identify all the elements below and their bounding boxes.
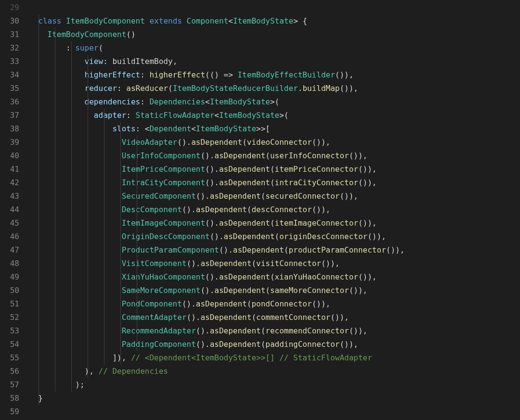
indent-guide	[71, 176, 72, 190]
code-token: ItemPriceComponent	[122, 165, 205, 174]
code-token: ]),	[29, 353, 131, 362]
code-token: (	[265, 151, 270, 160]
code-token: :	[140, 97, 149, 106]
code-line[interactable]: SecuredComponent().asDependent(securedCo…	[29, 190, 520, 203]
indent-guide	[71, 230, 72, 243]
code-line[interactable]: reducer: asReducer(ItemBodyStateReducerB…	[29, 82, 520, 95]
code-token: ().	[196, 191, 210, 201]
code-token	[61, 16, 66, 25]
code-token	[182, 16, 187, 25]
indent-guide	[88, 351, 88, 365]
code-token: >(	[270, 97, 279, 106]
code-line[interactable]: RecommendAdapter().asDependent(recommend…	[29, 324, 520, 338]
code-token: XianYuHaoComponent	[122, 272, 205, 281]
code-token: (	[270, 218, 275, 228]
indent-guide	[39, 122, 39, 136]
code-line[interactable]: higherEffect: higherEffect(() => ItemBod…	[29, 68, 520, 82]
code-line[interactable]: VisitComponent().asDependent(visitConnec…	[29, 257, 520, 270]
code-line[interactable]: OriginDescComponent().asDependent(origin…	[29, 230, 520, 243]
code-line[interactable]: : super(	[29, 41, 520, 55]
indent-guide	[104, 176, 104, 190]
code-token: (	[265, 286, 270, 295]
indent-guide	[137, 203, 137, 216]
code-token: intraCityConnector	[275, 178, 358, 187]
code-token: // Dependencies	[99, 367, 169, 376]
code-line[interactable]: ItemImageComponent().asDependent(itemIma…	[29, 216, 520, 230]
indent-guide	[55, 68, 55, 82]
code-token: :	[103, 57, 112, 66]
indent-guide	[39, 41, 39, 55]
indent-guide	[39, 109, 39, 122]
code-line[interactable]: ItemBodyComponent()	[29, 28, 520, 41]
code-line[interactable]: UserInfoComponent().asDependent(userInfo…	[29, 149, 520, 163]
code-line[interactable]: ), // Dependencies	[29, 365, 520, 378]
indent-guide	[104, 163, 104, 176]
code-line[interactable]: );	[29, 378, 520, 392]
indent-guide	[120, 243, 121, 257]
code-token: ()),	[349, 326, 368, 335]
code-token: ()),	[335, 70, 354, 79]
code-line[interactable]: PondComponent().asDependent(pondConnecto…	[29, 297, 520, 311]
code-token: asDependent	[219, 218, 270, 228]
code-token: ().	[205, 165, 219, 174]
code-line[interactable]: }	[29, 392, 520, 405]
code-line[interactable]: class ItemBodyComponent extends Componen…	[29, 14, 520, 28]
indent-guide	[55, 82, 55, 95]
code-line[interactable]: view: buildItemBody,	[29, 55, 520, 68]
code-line[interactable]: ProductParamComponent().asDependent(prod…	[29, 243, 520, 257]
indent-guide	[137, 324, 137, 338]
code-line[interactable]: slots: <Dependent<ItemBodyState>>[	[29, 122, 520, 136]
indent-guide	[71, 243, 72, 257]
code-token: VideoAdapter	[122, 138, 178, 147]
code-token: adapter	[94, 111, 126, 120]
indent-guide	[71, 216, 72, 230]
code-area[interactable]: class ItemBodyComponent extends Componen…	[29, 0, 520, 420]
code-line[interactable]: CommentAdapter().asDependent(commentConn…	[29, 311, 520, 324]
indent-guide	[88, 136, 88, 149]
code-token: ItemBodyState	[219, 111, 279, 120]
indent-guide	[55, 216, 55, 230]
indent-guide	[137, 338, 137, 351]
code-line[interactable]: XianYuHaoComponent().asDependent(xianYuH…	[29, 270, 520, 284]
code-line[interactable]: ]), // <Dependent<ItemBodyState>>[] // S…	[29, 351, 520, 365]
indent-guide	[71, 338, 72, 351]
code-line[interactable]: IntraCityComponent().asDependent(intraCi…	[29, 176, 520, 190]
indent-guide	[39, 95, 39, 109]
line-number: 48	[0, 257, 19, 270]
code-line[interactable]	[29, 405, 520, 419]
code-token: SecuredComponent	[122, 191, 196, 201]
indent-guide	[55, 95, 55, 109]
code-editor[interactable]: 2930313233343536373839404142434445464748…	[0, 0, 520, 420]
code-line[interactable]: dependencies: Dependencies<ItemBodyState…	[29, 95, 520, 109]
indent-guide	[39, 270, 39, 284]
code-line[interactable]: PaddingComponent().asDependent(paddingCo…	[29, 338, 520, 351]
code-line[interactable]: DescComponent().asDependent(descConnecto…	[29, 203, 520, 216]
code-token: asDependent	[219, 178, 270, 187]
code-token: ()),	[367, 232, 386, 241]
code-token	[29, 299, 122, 308]
code-token: ()),	[339, 84, 358, 93]
indent-guide	[55, 203, 55, 216]
indent-guide	[137, 136, 137, 149]
indent-guide	[39, 297, 39, 311]
code-line[interactable]	[29, 1, 520, 14]
code-token: asDependent	[219, 165, 270, 174]
line-number: 37	[0, 109, 19, 122]
indent-guide	[120, 270, 121, 284]
code-token: ItemBodyComponent	[48, 30, 127, 39]
code-line[interactable]: adapter: StaticFlowAdapter<ItemBodyState…	[29, 109, 520, 122]
indent-guide	[120, 216, 121, 230]
indent-guide	[137, 243, 137, 257]
code-token: asDependent	[200, 313, 251, 322]
code-line[interactable]: VideoAdapter().asDependent(videoConnecto…	[29, 136, 520, 149]
code-token: ()),	[321, 259, 340, 268]
code-token: ().	[219, 245, 233, 255]
code-token: videoConnector	[247, 138, 312, 147]
code-line[interactable]: SameMoreComponent().asDependent(sameMore…	[29, 284, 520, 297]
code-token: asDependent	[210, 340, 261, 349]
indent-guide	[120, 163, 121, 176]
code-token: dependencies	[85, 97, 141, 106]
indent-guide	[71, 95, 72, 109]
indent-guide	[55, 270, 55, 284]
code-line[interactable]: ItemPriceComponent().asDependent(itemPri…	[29, 163, 520, 176]
